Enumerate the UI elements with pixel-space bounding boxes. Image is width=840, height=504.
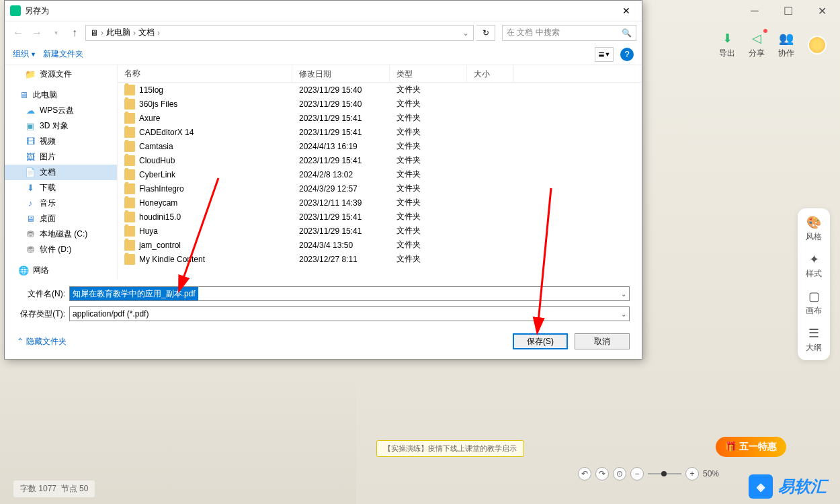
documents-icon: 📄	[25, 167, 36, 178]
locate-btn[interactable]: ⊙	[613, 467, 626, 480]
nav-forward-button[interactable]: →	[29, 25, 45, 41]
format-panel-btn[interactable]: ✦样式	[800, 252, 827, 280]
folder-icon	[124, 85, 135, 95]
organize-menu[interactable]: 组织 ▼	[13, 48, 36, 60]
file-row[interactable]: My Kindle Content2023/12/27 8:11文件夹	[118, 252, 642, 266]
tree-downloads[interactable]: ⬇下载	[5, 180, 117, 196]
tree-music[interactable]: ♪音乐	[5, 196, 117, 211]
new-folder-button[interactable]: 新建文件夹	[43, 48, 83, 60]
file-row[interactable]: houdini15.02023/11/29 15:41文件夹	[118, 210, 642, 224]
mindmap-node[interactable]: 【实操演练】疫情下线上课堂的教学启示	[376, 440, 524, 457]
breadcrumb-dropdown-icon[interactable]: ⌄	[462, 28, 469, 38]
nav-up-button[interactable]: ↑	[67, 25, 83, 41]
disk-icon: ⛃	[25, 229, 36, 240]
tree-wps-cloud[interactable]: ☁WPS云盘	[5, 103, 117, 118]
palette-icon: 🎨	[806, 215, 821, 230]
col-date[interactable]: 修改日期	[292, 65, 390, 82]
folder-icon	[124, 127, 135, 138]
file-row[interactable]: Honeycam2023/12/11 14:39文件夹	[118, 196, 642, 210]
breadcrumb-pc[interactable]: 此电脑	[106, 27, 130, 38]
zoom-slider[interactable]	[648, 473, 681, 474]
file-row[interactable]: CyberLink2024/2/8 13:02文件夹	[118, 167, 642, 181]
file-row[interactable]: CloudHub2023/11/29 15:41文件夹	[118, 153, 642, 167]
breadcrumb-docs[interactable]: 文档	[138, 27, 155, 38]
view-mode-button[interactable]: ≣ ▼	[595, 47, 614, 62]
tree-videos[interactable]: 🎞视频	[5, 134, 117, 149]
dialog-toolbar: 组织 ▼ 新建文件夹 ≣ ▼ ?	[5, 44, 642, 65]
chevron-up-icon: ⌃	[17, 337, 24, 346]
avatar[interactable]	[808, 36, 827, 54]
col-size[interactable]: 大小	[467, 65, 514, 82]
filename-input[interactable]: 知犀在教育教学中的应用_副本.pdf ⌄	[69, 286, 630, 301]
undo-btn[interactable]: ↶	[578, 467, 591, 480]
app-icon	[10, 5, 21, 16]
search-icon: 🔍	[622, 28, 632, 38]
tree-this-pc[interactable]: 🖥此电脑	[5, 87, 117, 103]
file-row[interactable]: 115log2023/11/29 15:40文件夹	[118, 83, 642, 97]
file-row[interactable]: jam_control2024/3/4 13:50文件夹	[118, 238, 642, 252]
minimize-button[interactable]: ─	[745, 1, 765, 21]
cancel-button[interactable]: 取消	[575, 333, 630, 349]
desktop-icon: 🖥	[25, 214, 36, 224]
tree-3d-objects[interactable]: ▣3D 对象	[5, 118, 117, 134]
chevron-down-icon[interactable]: ⌄	[621, 310, 626, 318]
export-tool[interactable]: ⬇ 导出	[719, 30, 735, 59]
close-button[interactable]: ✕	[812, 1, 832, 21]
share-icon: ◁	[749, 30, 765, 46]
folder-icon	[124, 240, 135, 251]
nav-recent-button[interactable]: ▾	[48, 25, 64, 41]
filetype-select[interactable]: application/pdf (*.pdf) ⌄	[69, 306, 630, 321]
tree-d-drive[interactable]: ⛃软件 (D:)	[5, 242, 117, 257]
breadcrumb[interactable]: 🖥 › 此电脑 › 文档 › ⌄	[85, 25, 474, 41]
tree-c-drive[interactable]: ⛃本地磁盘 (C:)	[5, 226, 117, 242]
tree-pictures[interactable]: 🖼图片	[5, 149, 117, 165]
tree-resources[interactable]: 📁资源文件	[5, 67, 117, 82]
file-row[interactable]: Huya2023/11/29 15:41文件夹	[118, 224, 642, 238]
folder-icon	[124, 99, 135, 110]
nav-back-button[interactable]: ←	[10, 25, 26, 41]
collab-tool[interactable]: 👥 协作	[778, 30, 794, 59]
tree-documents[interactable]: 📄文档	[5, 165, 117, 180]
help-button[interactable]: ?	[620, 48, 634, 61]
refresh-button[interactable]: ↻	[476, 25, 495, 41]
cloud-icon: ☁	[25, 106, 36, 116]
folder-icon	[124, 212, 135, 222]
hide-folders-toggle[interactable]: ⌃ 隐藏文件夹	[17, 336, 67, 347]
file-list-header: 名称 修改日期 类型 大小	[118, 65, 642, 83]
tree-network[interactable]: 🌐网络	[5, 263, 117, 278]
zoom-value: 50%	[703, 469, 719, 478]
col-type[interactable]: 类型	[390, 65, 467, 82]
redo-btn[interactable]: ↷	[595, 467, 609, 480]
canvas-panel-btn[interactable]: ▢画布	[800, 289, 827, 317]
file-row[interactable]: 360js Files2023/11/29 15:40文件夹	[118, 97, 642, 111]
file-row[interactable]: FlashIntegro2024/3/29 12:57文件夹	[118, 181, 642, 196]
col-name[interactable]: 名称	[118, 65, 292, 82]
tree-desktop[interactable]: 🖥桌面	[5, 211, 117, 226]
dialog-close-button[interactable]: ✕	[616, 3, 636, 19]
file-row[interactable]: Axure2023/11/29 15:41文件夹	[118, 111, 642, 125]
outline-panel-btn[interactable]: ☰大纲	[800, 326, 827, 353]
format-icon: ✦	[809, 252, 819, 267]
bg-window-controls: ─ ☐ ✕	[737, 0, 840, 22]
folder-icon	[124, 198, 135, 208]
save-as-dialog: 另存为 ✕ ← → ▾ ↑ 🖥 › 此电脑 › 文档 › ⌄ ↻ 在 文档 中搜…	[4, 0, 642, 360]
dialog-title: 另存为	[25, 5, 616, 17]
chevron-down-icon[interactable]: ⌄	[621, 290, 626, 298]
search-input[interactable]: 在 文档 中搜索 🔍	[502, 25, 636, 41]
style-panel-btn[interactable]: 🎨风格	[800, 215, 827, 243]
save-button[interactable]: 保存(S)	[513, 333, 568, 349]
disk-icon: ⛃	[25, 245, 36, 255]
share-tool[interactable]: ◁ 分享	[749, 30, 765, 59]
file-row[interactable]: CADEditorX 142023/11/29 15:41文件夹	[118, 125, 642, 139]
bg-toolbar: ⬇ 导出 ◁ 分享 👥 协作	[719, 30, 827, 59]
file-row[interactable]: Camtasia2024/4/13 16:19文件夹	[118, 139, 642, 153]
promo-badge[interactable]: 🎁五一特惠	[716, 437, 786, 457]
filetype-label: 保存类型(T):	[17, 308, 65, 320]
logo-icon: ◈	[749, 474, 773, 499]
zoom-out-btn[interactable]: −	[630, 467, 644, 480]
right-panel: 🎨风格 ✦样式 ▢画布 ☰大纲	[798, 208, 830, 360]
zoom-in-btn[interactable]: +	[685, 467, 699, 480]
music-icon: ♪	[25, 198, 36, 209]
downloads-icon: ⬇	[25, 183, 36, 194]
maximize-button[interactable]: ☐	[778, 1, 798, 21]
